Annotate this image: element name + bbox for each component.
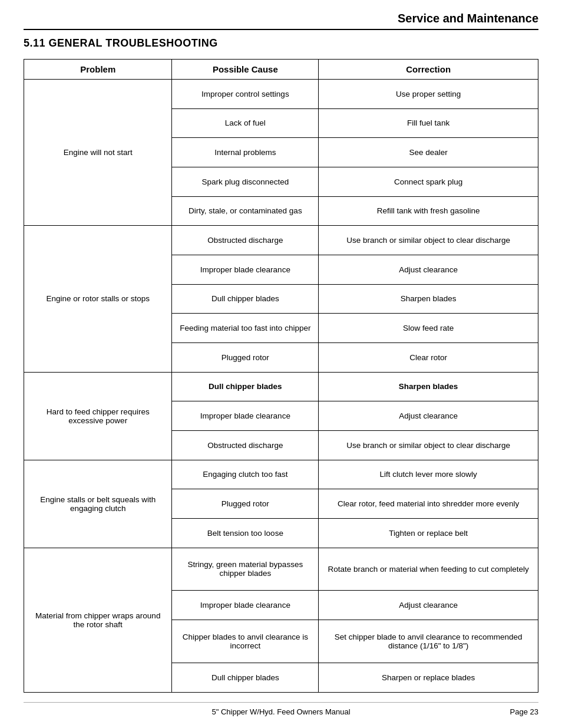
page: Service and Maintenance 5.11 GENERAL TRO… (0, 0, 562, 728)
correction-cell: Rotate branch or material when feeding t… (319, 548, 538, 591)
cause-cell: Obstructed discharge (172, 430, 319, 460)
correction-cell: Sharpen or replace blades (319, 663, 538, 693)
correction-cell: See dealer (319, 138, 538, 167)
table-row: Engine will not startImproper control se… (24, 80, 538, 109)
cause-cell: Obstructed discharge (172, 226, 319, 255)
cause-cell: Feeding material too fast into chipper (172, 314, 319, 343)
correction-cell: Slow feed rate (319, 314, 538, 343)
cause-cell: Improper control settings (172, 80, 319, 109)
table-row: Engine stalls or belt squeals with engag… (24, 460, 538, 489)
cause-cell: Belt tension too loose (172, 518, 319, 548)
problem-cell: Engine stalls or belt squeals with engag… (24, 460, 172, 548)
cause-cell: Improper blade clearance (172, 255, 319, 284)
cause-cell: Dirty, stale, or contaminated gas (172, 196, 319, 226)
cause-cell: Dull chipper blades (172, 372, 319, 401)
correction-cell: Clear rotor, feed material into shredder… (319, 489, 538, 519)
problem-cell: Engine will not start (24, 80, 172, 226)
table-row: Engine or rotor stalls or stopsObstructe… (24, 226, 538, 255)
correction-cell: Tighten or replace belt (319, 518, 538, 548)
correction-cell: Fill fuel tank (319, 108, 538, 138)
correction-cell: Use proper setting (319, 80, 538, 109)
section-title: 5.11 GENERAL TROUBLESHOOTING (24, 37, 538, 50)
correction-cell: Set chipper blade to anvil clearance to … (319, 620, 538, 663)
footer-manual: 5" Chipper W/Hyd. Feed Owners Manual (71, 707, 491, 716)
cause-cell: Chipper blades to anvil clearance is inc… (172, 620, 319, 663)
cause-cell: Plugged rotor (172, 489, 319, 519)
cause-cell: Plugged rotor (172, 342, 319, 372)
col-problem: Problem (24, 60, 172, 80)
cause-cell: Improper blade clearance (172, 591, 319, 620)
table-row: Material from chipper wraps around the r… (24, 548, 538, 591)
col-correction: Correction (319, 60, 538, 80)
footer: 5" Chipper W/Hyd. Feed Owners Manual Pag… (24, 702, 538, 716)
cause-cell: Dull chipper blades (172, 663, 319, 693)
header-bar: Service and Maintenance (24, 12, 538, 30)
cause-cell: Spark plug disconnected (172, 167, 319, 196)
cause-cell: Improper blade clearance (172, 401, 319, 431)
correction-cell: Sharpen blades (319, 284, 538, 314)
problem-cell: Engine or rotor stalls or stops (24, 226, 172, 372)
correction-cell: Adjust clearance (319, 591, 538, 620)
problem-cell: Material from chipper wraps around the r… (24, 548, 172, 693)
correction-cell: Sharpen blades (319, 372, 538, 401)
table-row: Hard to feed chipper requires excessive … (24, 372, 538, 401)
correction-cell: Adjust clearance (319, 401, 538, 431)
header-title: Service and Maintenance (398, 12, 538, 25)
cause-cell: Internal problems (172, 138, 319, 167)
correction-cell: Use branch or similar object to clear di… (319, 430, 538, 460)
correction-cell: Adjust clearance (319, 255, 538, 284)
footer-page: Page 23 (491, 707, 538, 716)
cause-cell: Lack of fuel (172, 108, 319, 138)
correction-cell: Refill tank with fresh gasoline (319, 196, 538, 226)
correction-cell: Clear rotor (319, 342, 538, 372)
cause-cell: Stringy, green material bypasses chipper… (172, 548, 319, 591)
table-header-row: Problem Possible Cause Correction (24, 60, 538, 80)
problem-cell: Hard to feed chipper requires excessive … (24, 372, 172, 460)
correction-cell: Lift clutch lever more slowly (319, 460, 538, 489)
cause-cell: Dull chipper blades (172, 284, 319, 314)
correction-cell: Connect spark plug (319, 167, 538, 196)
cause-cell: Engaging clutch too fast (172, 460, 319, 489)
troubleshoot-table: Problem Possible Cause Correction Engine… (24, 59, 538, 693)
correction-cell: Use branch or similar object to clear di… (319, 226, 538, 255)
col-cause: Possible Cause (172, 60, 319, 80)
